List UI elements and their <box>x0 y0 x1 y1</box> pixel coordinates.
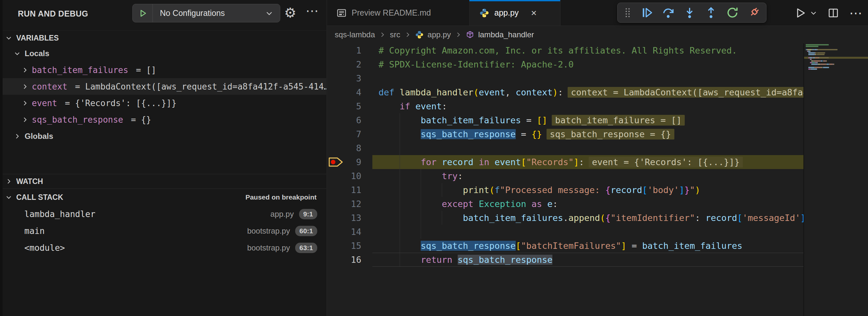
code-line-1[interactable]: # Copyright Amazon.com, Inc. or its affi… <box>372 43 803 57</box>
code-editor[interactable]: 12345678910111213141516 # Copyright Amaz… <box>327 43 868 316</box>
tab-preview-readme[interactable]: Preview README.md <box>327 0 470 26</box>
tab-app-py[interactable]: app.py × <box>470 0 560 26</box>
gear-icon[interactable]: ⚙ <box>284 2 297 24</box>
editor-gutter[interactable]: 12345678910111213141516 <box>327 43 372 267</box>
breadcrumb-folder[interactable]: sqs-lambda <box>335 30 375 39</box>
panel-title: RUN AND DEBUG <box>18 9 88 19</box>
code-token: e <box>547 199 552 209</box>
line-number-9[interactable]: 9 <box>327 155 372 169</box>
code-line-5[interactable]: if event: <box>372 99 803 113</box>
variable-row-context[interactable]: context = LambdaContext([aws_request_id=… <box>0 78 326 95</box>
minimap-segment <box>808 51 810 52</box>
scope-row-locals[interactable]: Locals <box>0 45 326 62</box>
frame-name: <module> <box>24 243 65 253</box>
minimap[interactable] <box>803 43 868 316</box>
start-debugging-icon[interactable] <box>133 4 153 22</box>
code-token: : <box>553 199 558 209</box>
chevron-right-icon <box>21 66 29 74</box>
line-number-14[interactable]: 14 <box>327 225 372 239</box>
restart-icon[interactable] <box>725 5 740 20</box>
variable-row-event[interactable]: event = {'Records': [{...}]} <box>0 95 326 111</box>
code-line-13[interactable]: batch_item_failures.append({"itemIdentif… <box>372 211 803 225</box>
more-actions-icon[interactable]: ⋯ <box>849 5 862 21</box>
minimap-segment <box>834 64 834 65</box>
breadcrumb-symbol[interactable]: lambda_handler <box>478 30 534 39</box>
split-editor-icon[interactable] <box>828 7 839 19</box>
code-token: : <box>579 157 584 167</box>
code-lines[interactable]: # Copyright Amazon.com, Inc. or its affi… <box>372 43 803 267</box>
indent-guide <box>400 127 400 141</box>
code-token: except <box>442 199 473 209</box>
code-line-9[interactable]: for record in event["Records"]:event = {… <box>372 155 803 169</box>
code-token: sqs_batch_response <box>421 241 516 251</box>
code-line-3[interactable] <box>372 71 803 85</box>
stack-frame-row[interactable]: lambda_handlerapp.py9:1 <box>0 206 326 223</box>
code-line-7[interactable]: sqs_batch_response = {}sqs_batch_respons… <box>372 127 803 141</box>
watch-section-header[interactable]: WATCH <box>0 174 326 189</box>
code-line-6[interactable]: batch_item_failures = []batch_item_failu… <box>372 113 803 127</box>
chevron-down-icon <box>4 34 13 42</box>
line-number-11[interactable]: 11 <box>327 183 372 197</box>
tab-label: app.py <box>494 8 519 18</box>
close-icon[interactable]: × <box>531 8 537 18</box>
line-number-1[interactable]: 1 <box>327 43 372 57</box>
minimap-hint-segment <box>817 54 825 55</box>
code-token: } <box>684 185 690 195</box>
minimap-segment <box>816 52 817 54</box>
code-token: # Copyright Amazon.com, Inc. or its affi… <box>378 45 737 56</box>
line-number-3[interactable]: 3 <box>327 71 372 85</box>
debug-toolbar <box>617 3 767 23</box>
line-number-6[interactable]: 6 <box>327 113 372 127</box>
code-token: def <box>378 87 395 97</box>
code-line-11[interactable]: print(f"Processed message: {record['body… <box>372 183 803 197</box>
line-number-15[interactable]: 15 <box>327 239 372 253</box>
debug-config-dropdown[interactable]: No Configurations <box>132 4 280 22</box>
breadcrumb-folder[interactable]: src <box>390 30 400 39</box>
variables-section: VARIABLES Localsbatch_item_failures = []… <box>0 31 326 145</box>
inline-debug-value: context = LambdaContext([aws_request_id=… <box>568 87 803 98</box>
step-into-icon[interactable] <box>682 5 697 20</box>
line-number-13[interactable]: 13 <box>327 211 372 225</box>
code-line-2[interactable]: # SPDX-License-Identifier: Apache-2.0 <box>372 57 803 71</box>
code-token <box>526 199 531 209</box>
call-stack-section: CALL STACK Paused on breakpoint lambda_h… <box>0 189 326 256</box>
variable-row-batch_item_failures[interactable]: batch_item_failures = [] <box>0 62 326 78</box>
variables-header-label: VARIABLES <box>16 34 59 42</box>
chevron-down-icon <box>13 49 22 58</box>
continue-icon[interactable] <box>640 5 654 20</box>
drag-grip-icon[interactable] <box>623 5 632 20</box>
line-number-2[interactable]: 2 <box>327 57 372 71</box>
line-number-7[interactable]: 7 <box>327 127 372 141</box>
variables-section-header[interactable]: VARIABLES <box>0 31 326 45</box>
run-python-file-button[interactable] <box>795 7 817 19</box>
code-token <box>473 157 479 167</box>
line-number-12[interactable]: 12 <box>327 197 372 211</box>
line-number-8[interactable]: 8 <box>327 141 372 155</box>
code-token: "Records" <box>526 157 574 167</box>
line-number-16[interactable]: 16 <box>327 253 372 267</box>
code-line-8[interactable] <box>372 141 803 155</box>
code-line-12[interactable]: except Exception as e: <box>372 197 803 211</box>
stack-frame-row[interactable]: mainbootstrap.py60:1 <box>0 223 326 240</box>
step-out-icon[interactable] <box>704 5 718 20</box>
line-number-5[interactable]: 5 <box>327 99 372 113</box>
step-over-icon[interactable] <box>661 5 675 20</box>
scope-row-globals[interactable]: Globals <box>0 128 326 145</box>
code-line-16[interactable]: return sqs_batch_response <box>372 253 803 267</box>
markdown-preview-icon <box>337 8 346 18</box>
code-line-4[interactable]: def lambda_handler(event, context):conte… <box>372 85 803 99</box>
code-line-14[interactable] <box>372 225 803 239</box>
code-line-15[interactable]: sqs_batch_response["batchItemFailures"] … <box>372 239 803 253</box>
call-stack-section-header[interactable]: CALL STACK Paused on breakpoint <box>0 189 326 206</box>
code-line-10[interactable]: try: <box>372 169 803 183</box>
disconnect-icon[interactable] <box>747 5 761 20</box>
more-actions-icon[interactable]: ⋯ <box>306 3 318 18</box>
code-token: lambda_handler <box>400 87 473 97</box>
indent-guide <box>442 183 442 197</box>
breadcrumb-file[interactable]: app.py <box>428 30 451 39</box>
variable-row-sqs_batch_response[interactable]: sqs_batch_response = {} <box>0 111 326 128</box>
line-number-4[interactable]: 4 <box>327 85 372 99</box>
breadcrumb: sqs-lambda src app.py lambda_handler <box>327 26 868 43</box>
stack-frame-row[interactable]: <module>bootstrap.py63:1 <box>0 240 326 256</box>
line-number-10[interactable]: 10 <box>327 169 372 183</box>
